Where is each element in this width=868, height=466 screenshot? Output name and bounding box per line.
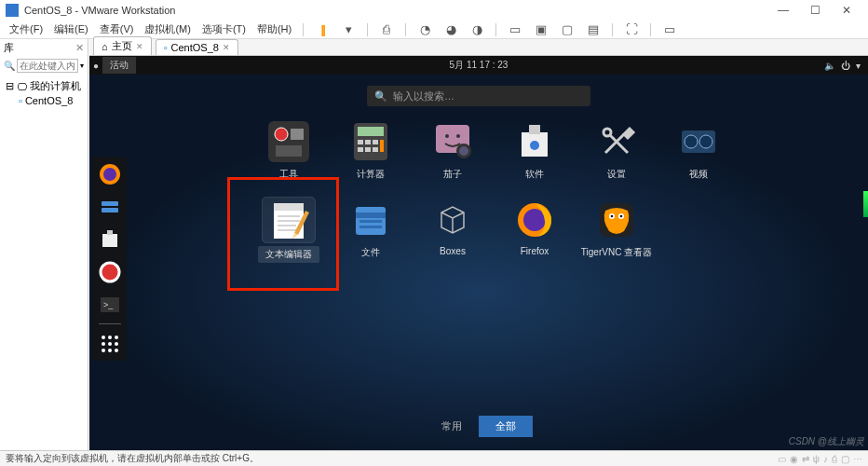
app-calculator[interactable]: 计算器 bbox=[330, 119, 412, 181]
tree-vm-node[interactable]: ▫ CentOS_8 bbox=[2, 94, 86, 107]
send-keys-icon[interactable]: ⎙ bbox=[379, 22, 394, 37]
power-icon[interactable]: ⏻ bbox=[841, 61, 850, 71]
menu-edit[interactable]: 编辑(E) bbox=[54, 22, 88, 36]
dev-net-icon[interactable]: ⇄ bbox=[802, 454, 809, 464]
svg-point-6 bbox=[101, 263, 119, 281]
app-tigervnc[interactable]: TigerVNC 查看器 bbox=[576, 198, 658, 263]
app-files[interactable]: 文件 bbox=[330, 198, 412, 263]
app-videos[interactable]: 视频 bbox=[658, 119, 739, 181]
revert-icon[interactable]: ◑ bbox=[469, 22, 484, 37]
status-hint: 要将输入定向到该虚拟机，请在虚拟机内部单击或按 Ctrl+G。 bbox=[6, 452, 259, 465]
tab-home-close-icon[interactable]: ✕ bbox=[136, 42, 143, 51]
app-utilities[interactable]: 工具 bbox=[248, 119, 330, 181]
snapshot-icon[interactable]: ◔ bbox=[417, 22, 432, 37]
annotation-highlight bbox=[227, 177, 339, 291]
svg-point-35 bbox=[459, 146, 468, 156]
app-label: TigerVNC 查看器 bbox=[581, 246, 652, 259]
expand-icon[interactable]: ⊟ bbox=[6, 80, 14, 92]
menu-file[interactable]: 文件(F) bbox=[9, 22, 43, 36]
dock-software[interactable] bbox=[96, 226, 123, 253]
app-cheese[interactable]: 茄子 bbox=[412, 119, 494, 181]
dev-display-icon[interactable]: ▢ bbox=[841, 454, 849, 464]
library-panel: 库 ✕ 🔍 ▾ ⊟ 🖵 我的计算机 ▫ CentOS_8 bbox=[0, 39, 88, 450]
library-close-icon[interactable]: ✕ bbox=[75, 42, 84, 54]
dev-sound-icon[interactable]: ♪ bbox=[823, 454, 828, 464]
library-title: 库 bbox=[4, 41, 14, 55]
svg-rect-4 bbox=[102, 234, 117, 247]
unity-icon[interactable]: ▤ bbox=[586, 22, 601, 37]
menu-help[interactable]: 帮助(H) bbox=[257, 22, 292, 36]
search-input[interactable]: 🔍 输入以搜索… bbox=[367, 86, 590, 106]
dev-more-icon[interactable]: ⋯ bbox=[853, 454, 862, 464]
edge-indicator bbox=[863, 191, 868, 217]
svg-rect-37 bbox=[529, 125, 540, 134]
svg-rect-24 bbox=[358, 140, 363, 144]
app-firefox[interactable]: Firefox bbox=[494, 198, 576, 263]
dev-printer-icon[interactable]: ⎙ bbox=[832, 454, 837, 464]
svg-rect-2 bbox=[102, 201, 118, 206]
dev-hdd-icon[interactable]: ▭ bbox=[778, 454, 786, 464]
fit-guest-icon[interactable]: ▭ bbox=[508, 22, 522, 37]
app-label: Boxes bbox=[440, 246, 466, 256]
tree-root-label: 我的计算机 bbox=[30, 79, 81, 93]
dropdown-icon[interactable]: ▾ bbox=[341, 22, 356, 37]
fullscreen-icon[interactable]: ⛶ bbox=[624, 22, 639, 37]
dock-apps-grid[interactable] bbox=[96, 330, 123, 357]
menu-view[interactable]: 查看(V) bbox=[100, 22, 134, 36]
svg-rect-20 bbox=[291, 129, 304, 140]
app-boxes[interactable]: Boxes bbox=[412, 198, 494, 263]
search-dropdown-icon[interactable]: ▾ bbox=[80, 62, 84, 70]
view-toggle: 常用 全部 bbox=[425, 416, 533, 437]
tab-vm-close-icon[interactable]: ✕ bbox=[223, 43, 230, 52]
toggle-all[interactable]: 全部 bbox=[479, 416, 533, 437]
svg-point-33 bbox=[456, 134, 460, 138]
fit-window-icon[interactable]: ▣ bbox=[534, 22, 549, 37]
search-icon: 🔍 bbox=[374, 90, 387, 103]
snapshot-manage-icon[interactable]: ◕ bbox=[443, 22, 458, 37]
app-settings[interactable]: 设置 bbox=[576, 119, 658, 181]
activities-button[interactable]: 活动 bbox=[102, 57, 136, 74]
svg-point-12 bbox=[102, 342, 105, 346]
vm-desktop[interactable]: ● 活动 5月 11 17 : 23 🔈 ⏻ ▾ 🔍 输入以搜索… >_ 工具 bbox=[89, 56, 868, 450]
close-button[interactable]: ✕ bbox=[831, 4, 862, 17]
app-label: 文件 bbox=[361, 246, 380, 259]
svg-point-17 bbox=[115, 349, 118, 352]
svg-point-32 bbox=[445, 134, 449, 138]
svg-point-10 bbox=[108, 336, 112, 339]
menu-vm[interactable]: 虚拟机(M) bbox=[144, 22, 191, 36]
maximize-button[interactable]: ☐ bbox=[799, 4, 831, 17]
menu-tabs[interactable]: 选项卡(T) bbox=[202, 22, 246, 36]
dock-firefox[interactable] bbox=[96, 160, 123, 187]
svg-point-44 bbox=[699, 135, 712, 148]
svg-rect-3 bbox=[102, 208, 118, 212]
library-search-input[interactable] bbox=[17, 59, 78, 73]
svg-rect-53 bbox=[359, 220, 382, 223]
tree-root-node[interactable]: ⊟ 🖵 我的计算机 bbox=[2, 78, 86, 94]
console-icon[interactable]: ▭ bbox=[662, 22, 677, 37]
toggle-frequent[interactable]: 常用 bbox=[425, 416, 479, 437]
svg-point-43 bbox=[685, 135, 698, 148]
dev-usb-icon[interactable]: ψ bbox=[813, 454, 820, 464]
tree-vm-label: CentOS_8 bbox=[25, 95, 73, 106]
dev-cd-icon[interactable]: ◉ bbox=[790, 454, 798, 464]
volume-icon[interactable]: 🔈 bbox=[824, 61, 835, 71]
tab-row: ⌂ 主页 ✕ ▫ CentOS_8 ✕ bbox=[89, 39, 868, 56]
tab-home[interactable]: ⌂ 主页 ✕ bbox=[93, 36, 152, 55]
svg-rect-5 bbox=[107, 230, 113, 235]
svg-point-15 bbox=[102, 349, 105, 352]
dock-terminal[interactable]: >_ bbox=[96, 291, 123, 318]
dock-help[interactable] bbox=[96, 258, 123, 285]
svg-point-60 bbox=[611, 215, 614, 218]
minimize-button[interactable]: — bbox=[767, 4, 799, 17]
pause-icon[interactable]: || bbox=[315, 22, 330, 37]
search-icon: 🔍 bbox=[4, 61, 15, 71]
dock-files[interactable] bbox=[96, 193, 123, 220]
system-dropdown-icon[interactable]: ▾ bbox=[856, 61, 861, 71]
app-software[interactable]: 软件 bbox=[494, 119, 576, 181]
clock[interactable]: 5月 11 17 : 23 bbox=[450, 59, 509, 72]
stretch-icon[interactable]: ▢ bbox=[560, 22, 575, 37]
tab-vm[interactable]: ▫ CentOS_8 ✕ bbox=[156, 39, 238, 55]
app-label: Firefox bbox=[521, 246, 549, 256]
svg-point-1 bbox=[103, 168, 116, 181]
svg-rect-52 bbox=[356, 212, 386, 218]
